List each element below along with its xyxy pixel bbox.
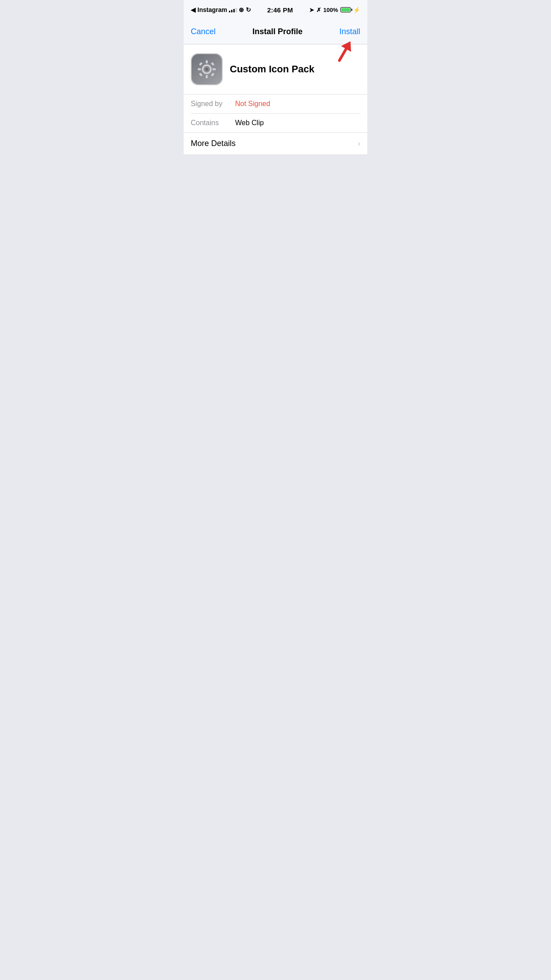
battery-container — [340, 7, 351, 12]
bluetooth-icon: ✗ — [316, 7, 321, 13]
details-section: Signed by Not Signed Contains Web Clip — [184, 95, 367, 133]
svg-rect-8 — [211, 62, 214, 66]
more-details-label: More Details — [191, 139, 236, 148]
battery-icon — [340, 7, 351, 12]
nav-bar: Cancel Install Profile Install — [184, 20, 367, 44]
profile-icon-wrapper — [191, 53, 223, 85]
signal-bar-3 — [233, 9, 235, 12]
signal-bar-4 — [236, 8, 237, 12]
svg-rect-5 — [198, 68, 201, 71]
status-bar-right: ➤ ✗ 100% ⚡ — [309, 7, 360, 13]
svg-rect-10 — [211, 73, 214, 76]
sync-icon: ↻ — [246, 6, 251, 13]
cancel-button[interactable]: Cancel — [191, 27, 216, 36]
svg-rect-6 — [213, 68, 216, 71]
svg-rect-7 — [199, 62, 202, 66]
signed-by-row: Signed by Not Signed — [191, 95, 360, 114]
signal-bar-1 — [229, 11, 230, 12]
contains-value: Web Clip — [235, 119, 264, 127]
svg-point-12 — [205, 67, 208, 71]
gear-svg — [197, 59, 217, 79]
settings-gear-icon — [192, 54, 222, 84]
battery-fill — [341, 8, 350, 12]
status-bar-time: 2:46 PM — [267, 6, 293, 14]
wifi-icon: ⊛ — [239, 6, 244, 13]
status-bar-left: ◀ Instagram ⊛ ↻ — [191, 6, 251, 13]
svg-rect-3 — [206, 60, 208, 63]
nav-title: Install Profile — [252, 27, 303, 36]
signed-by-label: Signed by — [191, 100, 235, 108]
svg-rect-9 — [199, 73, 202, 76]
back-arrow-icon: ◀ — [191, 6, 196, 13]
gray-background — [184, 155, 367, 332]
svg-rect-4 — [206, 75, 208, 78]
profile-header: Custom Icon Pack — [184, 44, 367, 95]
battery-percent: 100% — [323, 7, 338, 13]
app-name: Instagram — [197, 6, 227, 13]
chevron-right-icon: › — [358, 139, 360, 148]
profile-name: Custom Icon Pack — [230, 63, 315, 75]
charging-icon: ⚡ — [353, 7, 360, 13]
signal-bars — [229, 7, 237, 12]
signed-by-value: Not Signed — [235, 100, 270, 108]
more-details-row[interactable]: More Details › — [184, 133, 367, 155]
install-button[interactable]: Install — [339, 27, 360, 36]
status-bar: ◀ Instagram ⊛ ↻ 2:46 PM ➤ ✗ 100% ⚡ — [184, 0, 367, 20]
contains-row: Contains Web Clip — [191, 114, 360, 132]
signal-bar-2 — [231, 10, 232, 12]
location-icon: ➤ — [309, 7, 314, 13]
contains-label: Contains — [191, 119, 235, 127]
